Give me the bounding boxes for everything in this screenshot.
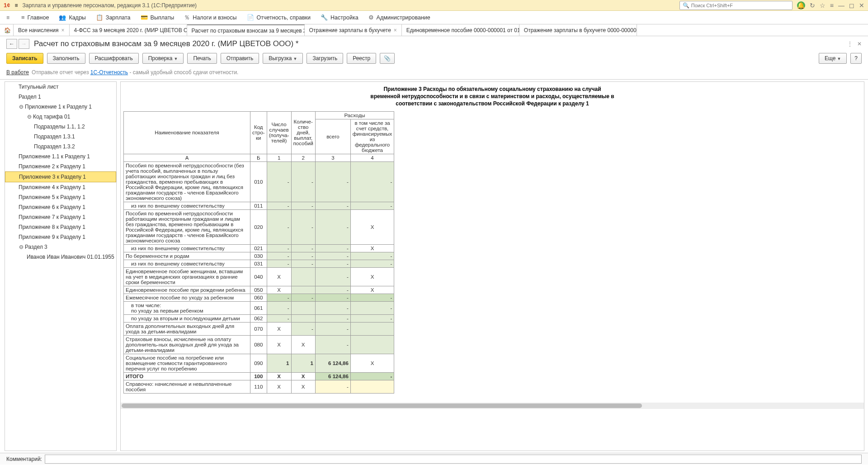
tree-item[interactable]: Приложение 2 к Разделу 1 [5, 161, 116, 171]
row-c3[interactable]: - [315, 380, 350, 393]
row-c2[interactable] [291, 286, 315, 294]
row-c2[interactable]: 1 [291, 354, 315, 372]
mainnav-item[interactable]: ≡Главное [21, 14, 49, 21]
expand-icon[interactable]: ⊖ [27, 114, 32, 120]
row-c2[interactable]: - [291, 244, 315, 252]
row-c1[interactable]: X [267, 322, 291, 335]
tree-item[interactable]: Приложение 6 к Разделу 1 [5, 202, 116, 212]
history-icon[interactable]: ↻ [810, 2, 815, 9]
mainnav-item[interactable]: 💳Выплаты [141, 14, 175, 21]
row-c1[interactable]: - [267, 202, 291, 209]
send-button[interactable]: Отправить [221, 53, 259, 64]
horizontal-scrollbar[interactable] [121, 403, 864, 409]
row-c4[interactable]: - [350, 260, 394, 267]
tree-item[interactable]: Подразделы 1.1, 1.2 [5, 122, 116, 132]
tab[interactable]: Все начисления× [14, 24, 70, 36]
print-button[interactable]: Печать [187, 53, 217, 64]
row-c2[interactable]: X [291, 380, 315, 393]
minimize-icon[interactable]: — [838, 2, 844, 9]
home-tab[interactable]: 🏠 [2, 24, 14, 36]
tree-item[interactable]: ⊖Раздел 3 [5, 242, 116, 252]
row-c4[interactable]: - [350, 294, 394, 301]
row-c3[interactable]: - [315, 314, 350, 322]
check-button[interactable]: Проверка▼ [142, 53, 184, 64]
tab[interactable]: Отражение зарплаты в бухучете 0000-00000… [519, 24, 637, 36]
row-c4[interactable]: - [350, 252, 394, 260]
row-c1[interactable]: - [267, 314, 291, 322]
mainnav-menu-icon[interactable]: ≡ [6, 14, 9, 21]
row-c4[interactable] [350, 322, 394, 335]
row-c1[interactable]: X [267, 267, 291, 286]
search-box[interactable]: 🔍 [679, 1, 793, 10]
status-link[interactable]: В работе [6, 69, 29, 76]
attach-button[interactable]: 📎 [380, 53, 395, 64]
tree-item[interactable]: Приложение 1.1 к Разделу 1 [5, 152, 116, 161]
load-button[interactable]: Загрузить [307, 53, 343, 64]
tab-close-icon[interactable]: × [394, 27, 397, 33]
mainnav-item[interactable]: 👥Кадры [59, 14, 85, 21]
mainnav-item[interactable]: ⚙Администрирование [368, 14, 430, 21]
mainnav-item[interactable]: 🔧Настройка [321, 14, 359, 21]
row-c4[interactable]: X [350, 286, 394, 294]
row-c3[interactable]: - [315, 294, 350, 301]
row-c1[interactable]: X [267, 335, 291, 354]
maximize-icon[interactable]: ◻ [849, 2, 854, 9]
row-c4[interactable]: X [350, 209, 394, 244]
row-c1[interactable]: - [267, 244, 291, 252]
fill-button[interactable]: Заполнить [47, 53, 85, 64]
tree-item[interactable]: ⊖Код тарифа 01 [5, 112, 116, 122]
row-c3[interactable]: - [315, 252, 350, 260]
tab[interactable]: Отражение зарплаты в бухучете× [305, 24, 402, 36]
tree-item[interactable]: Раздел 1 [5, 92, 116, 102]
tab[interactable]: 4-ФСС за 9 месяцев 2020 г. (МИР ЦВЕТОВ О… [70, 24, 187, 36]
more-actions-icon[interactable]: ⋮ [847, 41, 853, 47]
row-c2[interactable]: X [291, 335, 315, 354]
row-c4[interactable] [350, 380, 394, 393]
close-page-icon[interactable]: ✕ [857, 41, 862, 47]
tree-item[interactable]: Подраздел 1.3.2 [5, 142, 116, 152]
row-c1[interactable]: X [267, 372, 291, 380]
mainnav-item[interactable]: ％Налоги и взносы [184, 14, 236, 22]
row-c1[interactable]: - [267, 252, 291, 260]
row-c4[interactable]: - [350, 161, 394, 202]
row-c2[interactable]: - [291, 209, 315, 244]
settings-icon[interactable]: ≡ [830, 2, 834, 9]
row-c1[interactable]: - [267, 209, 291, 244]
comment-input[interactable] [45, 455, 862, 464]
hint-link[interactable]: 1С-Отчетность [90, 69, 128, 76]
tree-item[interactable]: Приложение 7 к Разделу 1 [5, 212, 116, 222]
row-c3[interactable]: 6 124,86 [315, 372, 350, 380]
row-c3[interactable]: - [315, 286, 350, 294]
row-c4[interactable]: X [350, 267, 394, 286]
row-c3[interactable]: - [315, 267, 350, 286]
row-c2[interactable] [291, 314, 315, 322]
star-icon[interactable]: ☆ [820, 2, 826, 9]
row-c3[interactable]: - [315, 209, 350, 244]
row-c4[interactable]: - [350, 314, 394, 322]
row-c2[interactable]: - [291, 294, 315, 301]
tree-item[interactable]: Приложение 3 к Разделу 1 [5, 171, 116, 182]
row-c1[interactable]: - [267, 161, 291, 202]
mainnav-item[interactable]: 📋Зарплата [96, 14, 131, 21]
tree-item[interactable]: Приложение 9 к Разделу 1 [5, 232, 116, 242]
row-c3[interactable]: - [315, 260, 350, 267]
tab[interactable]: Расчет по страховым взносам за 9 месяцев… [187, 24, 305, 36]
row-c3[interactable]: - [315, 335, 350, 354]
row-c2[interactable] [291, 301, 315, 314]
bell-icon[interactable]: 🔔 [797, 1, 805, 9]
row-c4[interactable]: - [350, 372, 394, 380]
decode-button[interactable]: Расшифровать [89, 53, 139, 64]
row-c3[interactable]: - [315, 161, 350, 202]
tree-item[interactable]: Приложение 5 к Разделу 1 [5, 192, 116, 202]
row-c3[interactable]: - [315, 301, 350, 314]
more-button[interactable]: Еще▼ [819, 53, 847, 64]
row-c4[interactable]: - [350, 202, 394, 209]
tab-close-icon[interactable]: × [61, 27, 65, 33]
search-input[interactable] [691, 3, 789, 8]
tree-item[interactable]: Титульный лист [5, 82, 116, 92]
row-c1[interactable]: 1 [267, 354, 291, 372]
row-c4[interactable] [350, 335, 394, 354]
expand-icon[interactable]: ⊖ [19, 104, 24, 110]
row-c2[interactable]: - [291, 322, 315, 335]
expand-icon[interactable]: ⊖ [19, 244, 24, 250]
